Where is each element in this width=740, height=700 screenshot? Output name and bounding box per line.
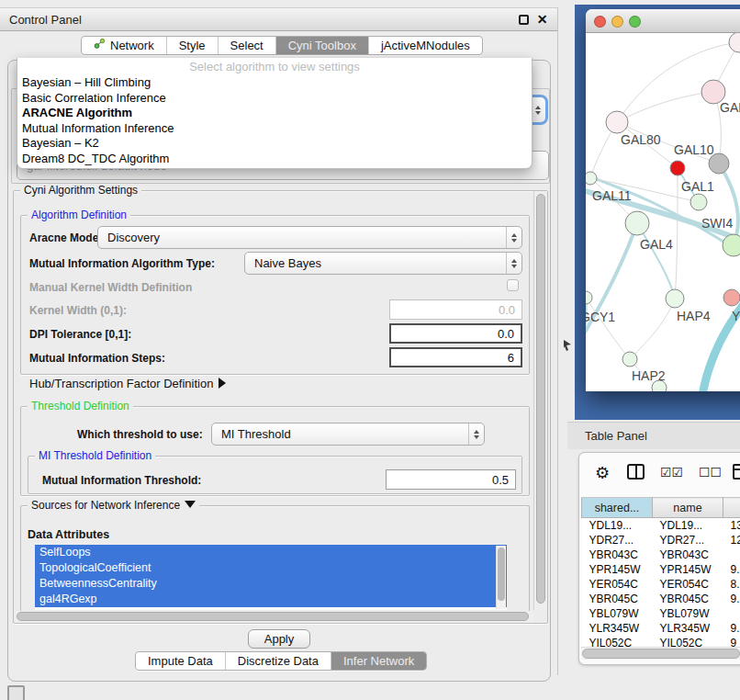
- mac-close-icon[interactable]: [594, 16, 606, 28]
- float-window-icon[interactable]: [519, 15, 529, 25]
- tab-network[interactable]: Network: [82, 37, 166, 54]
- aracne-mode-combo[interactable]: Discovery: [97, 226, 522, 249]
- settings-horizontal-scrollbar[interactable]: [15, 611, 534, 623]
- tab-infer-network[interactable]: Infer Network: [331, 652, 426, 670]
- network-desktop: GALGAL80GAL10GAL11GAL1SWI4GAL4GCY1HAP4YH…: [575, 5, 740, 420]
- node-label-gcy1: GCY1: [586, 310, 615, 324]
- table-cell: YBR045C: [582, 592, 653, 606]
- column-header-2[interactable]: [723, 498, 740, 518]
- algorithm-option-dream8-dc-tdc-algorithm[interactable]: Dream8 DC_TDC Algorithm: [17, 152, 532, 167]
- attribute-item-selfloops[interactable]: SelfLoops: [35, 545, 507, 560]
- attributes-scrollbar[interactable]: [496, 546, 506, 609]
- algorithm-option-basic-correlation-inference[interactable]: Basic Correlation Inference: [17, 91, 532, 107]
- tab-cyni-toolbox[interactable]: Cyni Toolbox: [275, 37, 368, 54]
- mi-steps-field[interactable]: 6: [389, 347, 522, 367]
- manual-kernel-width-checkbox[interactable]: [507, 279, 519, 291]
- table-cell: YBL079W: [653, 606, 723, 621]
- combo-stepper-icon: [506, 253, 521, 274]
- sources-group-title: Sources for Network Inference: [28, 499, 199, 512]
- apply-button[interactable]: Apply: [248, 629, 310, 649]
- network-node[interactable]: [586, 172, 597, 185]
- node-label-gal80: GAL80: [621, 132, 661, 147]
- which-threshold-combo[interactable]: MI Threshold: [211, 423, 485, 446]
- table-row[interactable]: YDR27...YDR27...12: [582, 533, 740, 548]
- table-row[interactable]: YDL19...YDL19...13: [582, 518, 740, 533]
- tab-label: Style: [179, 37, 206, 54]
- table-row[interactable]: YBR045CYBR045C9.: [582, 592, 740, 606]
- table-row[interactable]: YBL079WYBL079W: [582, 606, 740, 621]
- mi-threshold-field[interactable]: 0.5: [386, 469, 516, 490]
- network-node[interactable]: [670, 161, 685, 175]
- dpi-tolerance-field[interactable]: 0.0: [389, 323, 522, 344]
- algorithm-option-bayesian-k2[interactable]: Bayesian – K2: [17, 136, 532, 152]
- tab-jactivemnodules[interactable]: jActiveMNodules: [368, 37, 482, 54]
- network-edge[interactable]: [675, 168, 678, 299]
- table-cell: [723, 548, 740, 562]
- mi-algorithm-type-value: Naive Bayes: [254, 256, 321, 270]
- table-cell: YBR045C: [653, 592, 723, 606]
- algorithm-option-bayesian-hill-climbing[interactable]: Bayesian – Hill Climbing: [17, 75, 532, 91]
- tab-select[interactable]: Select: [218, 37, 275, 54]
- tab-label: jActiveMNodules: [381, 37, 470, 54]
- column-header-name[interactable]: name: [653, 498, 723, 518]
- tab-impute-data[interactable]: Impute Data: [136, 652, 225, 670]
- network-icon: [94, 37, 106, 54]
- network-node[interactable]: [723, 289, 740, 306]
- tab-discretize-data[interactable]: Discretize Data: [225, 652, 331, 670]
- network-node[interactable]: [729, 33, 740, 52]
- hide-columns-unchecked-icon[interactable]: ☐☐: [699, 464, 722, 480]
- control-panel-title: Control Panel: [9, 13, 82, 27]
- table-row[interactable]: YPR145WYPR145W9.: [582, 562, 740, 577]
- table-cell: YER054C: [653, 577, 723, 592]
- tab-label: Network: [110, 37, 154, 54]
- mac-minimize-icon[interactable]: [611, 16, 623, 28]
- table-row[interactable]: YBR043CYBR043C: [582, 548, 740, 562]
- algorithm-option-mutual-information-inference[interactable]: Mutual Information Inference: [17, 121, 532, 137]
- network-node[interactable]: [606, 111, 628, 133]
- network-node[interactable]: [690, 194, 707, 210]
- attribute-item-betweennesscentrality[interactable]: BetweennessCentrality: [35, 576, 507, 592]
- network-edge[interactable]: [637, 223, 675, 299]
- network-edge[interactable]: [630, 299, 675, 359]
- table-cell: 9.: [723, 592, 740, 606]
- mac-zoom-icon[interactable]: [629, 16, 641, 28]
- tab-style[interactable]: Style: [166, 37, 218, 54]
- aracne-mode-value: Discovery: [107, 231, 160, 244]
- algorithm-dropdown-popup: Select algorithm to view settings Bayesi…: [17, 58, 533, 169]
- column-header-shared[interactable]: shared...: [582, 498, 653, 518]
- attribute-item-gal4rgexp[interactable]: gal4RGexp: [35, 592, 507, 607]
- network-edge[interactable]: [586, 298, 630, 359]
- table-row[interactable]: YLR345WYLR345W9.: [582, 621, 740, 636]
- table-row[interactable]: YER054CYER054C8.: [582, 577, 740, 592]
- network-edge[interactable]: [617, 92, 713, 122]
- split-columns-icon[interactable]: [627, 464, 645, 480]
- settings-gear-icon[interactable]: ⚙: [595, 464, 610, 482]
- table-cell: 13: [723, 518, 740, 533]
- network-edge[interactable]: [586, 223, 637, 344]
- close-panel-icon[interactable]: ✕: [536, 12, 548, 28]
- which-threshold-label: Which threshold to use:: [77, 428, 203, 441]
- network-node[interactable]: [723, 234, 740, 256]
- network-node[interactable]: [625, 211, 649, 235]
- table-icon[interactable]: [733, 464, 740, 480]
- algorithm-option-aracne-algorithm[interactable]: ARACNE Algorithm: [17, 106, 532, 121]
- table-horizontal-scrollbar[interactable]: [581, 647, 740, 660]
- network-canvas[interactable]: GALGAL80GAL10GAL11GAL1SWI4GAL4GCY1HAP4YH…: [586, 33, 740, 391]
- table-cell: YDL19...: [653, 518, 723, 533]
- network-node[interactable]: [622, 352, 637, 367]
- network-node[interactable]: [586, 291, 592, 304]
- network-window-titlebar[interactable]: [586, 9, 740, 33]
- minimized-panel-chip[interactable]: [7, 685, 25, 700]
- show-columns-checked-icon[interactable]: ☑☑: [660, 464, 683, 480]
- settings-vertical-scrollbar[interactable]: [533, 191, 547, 610]
- table-toolbar: ⚙☑☑☐☐: [579, 453, 740, 497]
- node-label-y: Y: [732, 309, 740, 323]
- kernel-width-field[interactable]: 0.0: [389, 299, 522, 320]
- hub-definition-expander[interactable]: Hub/Transcription Factor Definition: [29, 377, 226, 390]
- data-attributes-list[interactable]: SelfLoopsTopologicalCoefficientBetweenne…: [35, 545, 507, 610]
- mi-algorithm-type-combo[interactable]: Naive Bayes: [244, 252, 522, 275]
- network-node[interactable]: [666, 289, 684, 308]
- table-cell: 9.: [723, 621, 740, 636]
- attribute-item-topologicalcoefficient[interactable]: TopologicalCoefficient: [35, 560, 507, 576]
- network-view-window[interactable]: GALGAL80GAL10GAL11GAL1SWI4GAL4GCY1HAP4YH…: [586, 9, 740, 391]
